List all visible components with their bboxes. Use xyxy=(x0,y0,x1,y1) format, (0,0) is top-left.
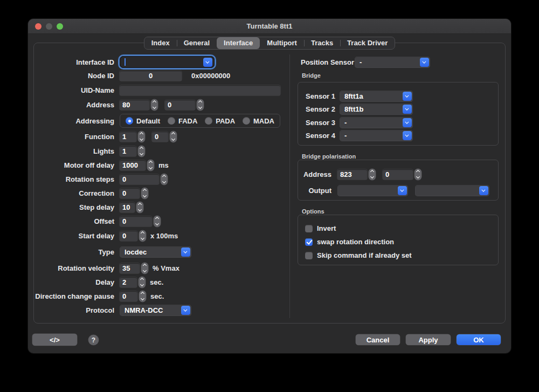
addressing-radio-group: Default FADA PADA MADA xyxy=(120,114,280,128)
sensor-1-dropdown[interactable]: 8ftt1a xyxy=(340,91,413,102)
function-input-1[interactable] xyxy=(120,132,136,142)
protocol-dropdown[interactable]: NMRA-DCC xyxy=(120,305,191,316)
row-sensor-1: Sensor 1 8ftt1a xyxy=(301,90,413,102)
row-position-sensor: Position Sensor - xyxy=(301,56,430,68)
interface-id-combobox[interactable] xyxy=(120,56,215,68)
node-id-input[interactable] xyxy=(120,71,182,81)
node-id-label: Node ID xyxy=(33,72,120,80)
row-rotation-velocity: Rotation velocity % Vmax xyxy=(33,262,179,274)
options-group-title: Options xyxy=(302,208,324,215)
function-stepper-1[interactable] xyxy=(138,131,145,142)
position-sensor-dropdown[interactable]: - xyxy=(355,57,430,68)
rotation-velocity-label: Rotation velocity xyxy=(33,264,120,272)
polarisation-address-stepper-2[interactable] xyxy=(414,169,421,180)
sensor-2-dropdown[interactable]: 8ftt1b xyxy=(340,104,413,115)
row-delay: Delay sec. xyxy=(33,276,163,288)
address-input-2[interactable] xyxy=(165,100,195,110)
chevron-down-icon[interactable] xyxy=(203,58,212,67)
addressing-label: Addressing xyxy=(33,117,120,125)
radio-icon[interactable] xyxy=(126,117,133,125)
address-stepper-2[interactable] xyxy=(197,99,204,111)
output-dropdown-1[interactable] xyxy=(337,185,408,196)
help-button[interactable]: ? xyxy=(88,335,99,345)
radio-icon[interactable] xyxy=(168,117,175,125)
rotation-steps-stepper[interactable] xyxy=(161,174,168,185)
tab-tracks[interactable]: Tracks xyxy=(304,37,340,49)
address-input-1[interactable] xyxy=(120,100,149,110)
radio-pada[interactable]: PADA xyxy=(205,117,235,125)
radio-default[interactable]: Default xyxy=(126,117,160,125)
zoom-button[interactable] xyxy=(57,23,63,30)
tab-bar: Index General Interface Multiport Tracks… xyxy=(144,37,396,50)
sensor-4-dropdown[interactable]: - xyxy=(340,130,413,141)
checkbox-icon[interactable] xyxy=(305,225,313,232)
row-sensor-3: Sensor 3 - xyxy=(301,116,413,128)
polarisation-address-input-1[interactable] xyxy=(337,169,367,180)
option-swap-rotation-direction[interactable]: swap rotation direction xyxy=(305,238,394,246)
correction-stepper[interactable] xyxy=(141,188,148,199)
node-id-hex: 0x00000000 xyxy=(191,72,230,80)
polarisation-address-input-2[interactable] xyxy=(383,169,413,180)
sensor-3-label: Sensor 3 xyxy=(301,119,335,127)
radio-icon[interactable] xyxy=(205,117,212,125)
type-dropdown[interactable]: locdec xyxy=(120,246,191,258)
sensor-4-label: Sensor 4 xyxy=(301,132,335,140)
rotation-velocity-stepper[interactable] xyxy=(141,263,148,274)
window-title: Turntable 8tt1 xyxy=(28,19,511,34)
interface-id-input[interactable] xyxy=(120,58,234,66)
function-input-2[interactable] xyxy=(152,132,168,142)
ok-button[interactable]: OK xyxy=(457,334,501,345)
direction-change-pause-stepper[interactable] xyxy=(139,291,146,302)
rotation-steps-input[interactable] xyxy=(120,174,159,184)
titlebar[interactable]: Turntable 8tt1 xyxy=(28,19,511,34)
direction-change-pause-unit: sec. xyxy=(150,292,164,300)
correction-input[interactable] xyxy=(120,188,140,198)
option-invert[interactable]: Invert xyxy=(305,224,336,232)
radio-mada[interactable]: MADA xyxy=(243,117,274,125)
protocol-label: Protocol xyxy=(33,306,120,314)
motor-off-delay-input[interactable] xyxy=(120,160,146,170)
rotation-velocity-input[interactable] xyxy=(120,263,140,273)
radio-fada[interactable]: FADA xyxy=(168,117,197,125)
tab-index[interactable]: Index xyxy=(144,37,177,49)
tab-track-driver[interactable]: Track Driver xyxy=(340,37,395,49)
start-delay-input[interactable] xyxy=(120,231,137,241)
row-polarisation-address: Address xyxy=(301,168,421,180)
option-skip-command[interactable]: Skip command if already set xyxy=(305,251,412,259)
chevron-down-icon xyxy=(181,306,190,315)
output-dropdown-2[interactable] xyxy=(415,185,489,196)
row-addressing: Addressing Default FADA PADA MADA xyxy=(33,114,280,128)
polarisation-address-stepper-1[interactable] xyxy=(369,169,376,180)
lights-input[interactable] xyxy=(120,146,136,156)
address-label: Address xyxy=(33,101,120,109)
cancel-button[interactable]: Cancel xyxy=(356,334,400,345)
row-polarisation-output: Output xyxy=(301,184,489,196)
row-start-delay: Start delay x 100ms xyxy=(33,230,178,242)
offset-stepper[interactable] xyxy=(154,216,161,227)
offset-input[interactable] xyxy=(120,216,152,226)
close-button[interactable] xyxy=(35,23,42,30)
delay-stepper[interactable] xyxy=(139,277,146,288)
uid-name-input[interactable] xyxy=(120,85,280,95)
function-stepper-2[interactable] xyxy=(170,131,177,142)
code-button[interactable]: </> xyxy=(32,334,77,346)
radio-icon[interactable] xyxy=(243,117,250,125)
checkbox-icon[interactable] xyxy=(305,238,313,246)
sensor-3-dropdown[interactable]: - xyxy=(340,117,413,128)
apply-button[interactable]: Apply xyxy=(406,334,451,345)
tab-general[interactable]: General xyxy=(177,37,217,49)
tab-interface[interactable]: Interface xyxy=(217,37,260,49)
address-stepper-1[interactable] xyxy=(151,99,158,111)
start-delay-stepper[interactable] xyxy=(139,230,146,242)
interface-id-label: Interface ID xyxy=(33,58,120,66)
step-delay-stepper[interactable] xyxy=(136,202,143,213)
delay-input[interactable] xyxy=(120,277,137,287)
rotation-velocity-unit: % Vmax xyxy=(153,264,179,272)
step-delay-input[interactable] xyxy=(120,202,135,212)
text-caret xyxy=(125,58,126,66)
direction-change-pause-input[interactable] xyxy=(120,291,137,301)
lights-stepper[interactable] xyxy=(138,146,145,157)
tab-multiport[interactable]: Multiport xyxy=(260,37,304,49)
motor-off-delay-stepper[interactable] xyxy=(147,160,154,171)
checkbox-icon[interactable] xyxy=(305,252,313,259)
